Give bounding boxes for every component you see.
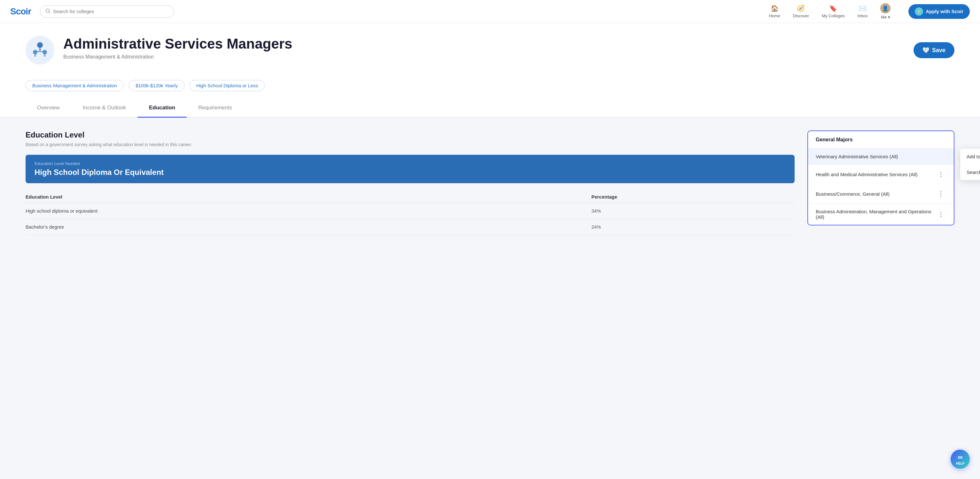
nav-links: 🏠 Home 🧭 Discover 🔖 My Colleges ✉️ Inbox…: [769, 3, 970, 19]
save-label: Save: [932, 47, 945, 54]
majors-panel: General Majors Veterinary Administrative…: [807, 130, 955, 265]
major-item-1-label: Health and Medical Administrative Servic…: [816, 172, 917, 177]
majors-card-header: General Majors: [808, 131, 954, 149]
education-section-title: Education Level: [25, 130, 795, 139]
search-bar[interactable]: [40, 5, 174, 18]
tab-requirements[interactable]: Requirements: [187, 99, 243, 118]
edu-table-col-level: Education Level: [25, 191, 591, 203]
svg-line-1: [49, 12, 50, 13]
major-item-1[interactable]: Health and Medical Administrative Servic…: [808, 165, 954, 184]
edu-highlight-box: Education Level Needed High School Diplo…: [25, 155, 795, 183]
home-icon: 🏠: [771, 5, 779, 12]
majors-list: Veterinary Administrative Services (All)…: [808, 149, 954, 225]
edu-table: Education Level Percentage High school d…: [25, 191, 795, 235]
navbar: Scoir 🏠 Home 🧭 Discover 🔖 My Colleges ✉️…: [0, 0, 980, 23]
table-row: High school diploma or equivalent 34%: [25, 203, 795, 219]
nav-my-colleges-label: My Colleges: [822, 13, 845, 18]
svg-point-3: [33, 50, 37, 54]
nav-me-label: Me ▾: [881, 15, 890, 19]
avatar-icon: 👤: [880, 3, 891, 13]
discover-icon: 🧭: [797, 5, 805, 12]
nav-discover-label: Discover: [793, 13, 809, 18]
nav-discover[interactable]: 🧭 Discover: [793, 5, 809, 18]
major-item-3-label: Business Administration, Management and …: [816, 209, 935, 220]
my-colleges-icon: 🔖: [829, 5, 837, 12]
brand-logo[interactable]: Scoir: [10, 6, 31, 17]
edu-row-1-level: Bachelor's degree: [25, 219, 591, 235]
major-item-3-menu-btn[interactable]: ⋮: [935, 210, 946, 219]
edu-row-0-pct: 34%: [591, 203, 795, 219]
apply-button[interactable]: ⚡ Apply with Scoir: [908, 4, 970, 19]
nav-inbox[interactable]: ✉️ Inbox: [858, 5, 868, 18]
context-menu-search-colleges[interactable]: Search Colleges: [960, 164, 980, 180]
major-item-0-label: Veterinary Administrative Services (All): [816, 154, 898, 159]
education-section-desc: Based on a government survey asking what…: [25, 142, 795, 147]
nav-inbox-label: Inbox: [858, 13, 868, 18]
career-icon-wrap: [25, 36, 54, 65]
tab-overview[interactable]: Overview: [25, 99, 71, 118]
major-item-2[interactable]: Business/Commerce, General (All) ⋮: [808, 184, 954, 204]
majors-card: General Majors Veterinary Administrative…: [807, 130, 955, 226]
major-item-2-label: Business/Commerce, General (All): [816, 191, 889, 197]
tabs-bar: Overview Income & Outlook Education Requ…: [0, 99, 980, 118]
context-menu-add-preferences[interactable]: Add to Preferences: [960, 149, 980, 164]
major-item-1-menu-btn[interactable]: ⋮: [935, 170, 946, 179]
career-subtitle: Business Management & Administration: [63, 54, 905, 60]
apply-icon: ⚡: [915, 7, 923, 16]
apply-label: Apply with Scoir: [926, 9, 963, 14]
hero-tags: Business Management & Administration $10…: [25, 73, 955, 99]
career-title: Administrative Services Managers: [63, 36, 905, 52]
svg-rect-7: [44, 54, 46, 57]
major-item-3[interactable]: Business Administration, Management and …: [808, 204, 954, 225]
tab-income-outlook[interactable]: Income & Outlook: [71, 99, 137, 118]
edu-row-0-level: High school diploma or equivalent: [25, 203, 591, 219]
main-content: Education Level Based on a government su…: [0, 118, 980, 278]
major-item-2-menu-btn[interactable]: ⋮: [935, 189, 946, 198]
nav-home[interactable]: 🏠 Home: [769, 5, 780, 18]
svg-rect-9: [41, 51, 46, 52]
svg-rect-8: [34, 51, 39, 52]
save-button[interactable]: 🤍 Save: [913, 42, 955, 58]
edu-highlight-label: Education Level Needed: [35, 161, 786, 166]
education-panel: Education Level Based on a government su…: [25, 130, 795, 265]
career-icon: [31, 40, 49, 60]
nav-home-label: Home: [769, 13, 780, 18]
major-item-0[interactable]: Veterinary Administrative Services (All)…: [808, 149, 954, 165]
tag-education[interactable]: High School Diploma or Less: [189, 80, 265, 91]
svg-rect-5: [39, 48, 41, 52]
nav-me[interactable]: 👤 Me ▾: [880, 3, 891, 19]
svg-point-2: [37, 42, 43, 48]
edu-table-col-pct: Percentage: [591, 191, 795, 203]
heart-icon: 🤍: [923, 47, 929, 54]
search-icon: [45, 8, 51, 15]
edu-highlight-value: High School Diploma Or Equivalent: [35, 168, 786, 177]
svg-point-4: [43, 50, 47, 54]
search-input[interactable]: [53, 9, 169, 14]
tag-business[interactable]: Business Management & Administration: [25, 80, 124, 91]
table-row: Bachelor's degree 24%: [25, 219, 795, 235]
nav-my-colleges[interactable]: 🔖 My Colleges: [822, 5, 845, 18]
inbox-icon: ✉️: [859, 5, 867, 12]
tab-education[interactable]: Education: [137, 99, 187, 118]
hero-section: Administrative Services Managers Busines…: [0, 23, 980, 99]
tag-salary[interactable]: $100k-$120k Yearly: [129, 80, 185, 91]
context-menu: Add to Preferences Search Colleges: [960, 149, 980, 180]
svg-rect-6: [35, 54, 36, 57]
edu-row-1-pct: 24%: [591, 219, 795, 235]
